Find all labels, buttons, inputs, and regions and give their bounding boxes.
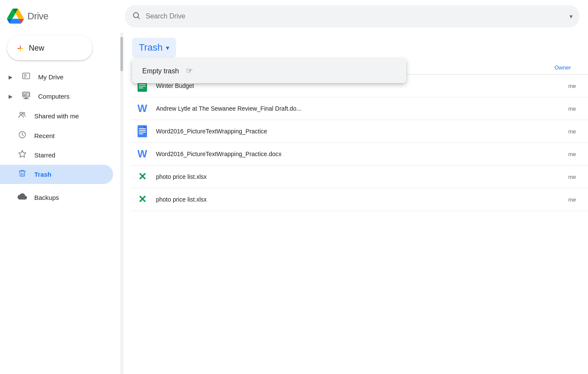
trash-header: Trash ▾ Empty trash ☞ [127, 33, 588, 61]
trash-title-label: Trash [139, 42, 162, 53]
excel-file-icon-2: ✕ [135, 193, 149, 206]
file-row[interactable]: ✕ photo price list.xlsx me [130, 166, 588, 188]
new-button-label: New [29, 44, 44, 53]
col-owner-header: Owner [528, 64, 579, 71]
recent-icon [17, 130, 27, 141]
file-owner: me [545, 196, 579, 203]
search-dropdown-arrow-icon[interactable]: ▾ [570, 13, 573, 20]
cursor-icon: ☞ [186, 66, 193, 75]
word-file-icon: W [135, 102, 149, 115]
svg-rect-18 [139, 132, 146, 133]
excel-file-icon: ✕ [135, 170, 149, 184]
sidebar-item-recent[interactable]: Recent [0, 126, 113, 145]
file-name: Winter Budget [156, 82, 538, 89]
scroll-area: Trash ▾ Empty trash ☞ Owner [120, 33, 588, 374]
trash-dropdown-menu: Empty trash ☞ [132, 58, 406, 83]
search-bar: ▾ [125, 5, 579, 27]
file-owner: me [545, 174, 579, 180]
sidebar-item-label: My Drive [38, 73, 63, 81]
file-owner: me [545, 128, 579, 135]
search-input[interactable] [146, 12, 564, 20]
svg-rect-4 [23, 93, 26, 94]
sidebar-item-trash[interactable]: Trash [0, 165, 113, 184]
file-owner: me [545, 83, 579, 89]
scrollbar-track[interactable] [120, 33, 123, 374]
sidebar-item-label: Recent [34, 132, 55, 139]
content-area: Trash ▾ Empty trash ☞ Owner [123, 33, 588, 374]
sidebar: Drive + New ▶ My Drive ▶ [0, 0, 120, 374]
svg-rect-15 [138, 125, 147, 137]
sidebar-item-label: Starred [34, 151, 55, 159]
sidebar-item-label: Backups [34, 194, 59, 201]
drive-logo-icon [7, 9, 24, 24]
file-owner: me [545, 151, 579, 157]
computers-icon [21, 91, 31, 102]
svg-rect-13 [139, 86, 146, 87]
sidebar-item-backups[interactable]: Backups [0, 187, 113, 208]
file-list: Owner Win [127, 61, 588, 211]
svg-rect-3 [27, 93, 29, 96]
file-row[interactable]: W Word2016_PictureTextWrapping_Practice.… [130, 143, 588, 166]
trash-dropdown-chevron-icon: ▾ [166, 44, 169, 52]
file-row[interactable]: Word2016_PictureTextWrapping_Practice me [130, 120, 588, 143]
word-file-icon-2: W [135, 147, 149, 161]
my-drive-icon [21, 72, 31, 82]
svg-rect-17 [139, 130, 146, 131]
plus-icon: + [17, 42, 24, 54]
file-name: Andrew Lytle at The Sewanee Review_Final… [156, 105, 538, 112]
sidebar-item-starred[interactable]: Starred [0, 145, 113, 165]
excel-icon: ✕ [138, 171, 147, 183]
file-owner: me [545, 106, 579, 112]
trash-icon [17, 169, 27, 180]
new-button[interactable]: + New [7, 36, 93, 60]
file-row[interactable]: ✕ photo price list.xlsx me [130, 188, 588, 211]
expand-arrow-icon: ▶ [9, 94, 12, 100]
file-name: Word2016_PictureTextWrapping_Practice [156, 128, 538, 135]
scrollbar-thumb[interactable] [120, 37, 123, 71]
trash-title-button[interactable]: Trash ▾ [132, 38, 176, 57]
sidebar-item-label: Trash [34, 171, 51, 178]
svg-rect-14 [139, 87, 143, 88]
svg-rect-19 [139, 133, 143, 134]
shared-icon [17, 110, 27, 122]
svg-rect-16 [139, 128, 146, 129]
svg-point-6 [20, 112, 23, 115]
logo-area: Drive [0, 4, 120, 32]
sidebar-item-shared[interactable]: Shared with me [0, 106, 113, 126]
sidebar-item-my-drive[interactable]: ▶ My Drive [0, 67, 113, 87]
word-icon: W [138, 148, 147, 160]
empty-trash-item[interactable]: Empty trash ☞ [132, 58, 406, 83]
sidebar-item-label: Shared with me [34, 112, 79, 120]
excel-icon: ✕ [138, 193, 147, 205]
word-icon: W [138, 103, 147, 115]
sidebar-item-computers[interactable]: ▶ Computers [0, 87, 113, 106]
sidebar-nav: ▶ My Drive ▶ [0, 67, 120, 208]
svg-rect-5 [23, 95, 26, 96]
search-icon [132, 11, 141, 22]
svg-rect-12 [139, 84, 146, 85]
main-content: ▾ Trash ▾ Empty trash ☞ [120, 0, 588, 374]
docs-file-icon [135, 124, 149, 138]
file-name: Word2016_PictureTextWrapping_Practice.do… [156, 151, 538, 157]
starred-icon [17, 150, 27, 160]
svg-rect-2 [25, 98, 28, 99]
app-title: Drive [27, 11, 48, 22]
backups-icon [17, 192, 27, 203]
empty-trash-label: Empty trash [142, 67, 179, 75]
file-name: photo price list.xlsx [156, 173, 538, 180]
file-row[interactable]: W Andrew Lytle at The Sewanee Review_Fin… [130, 97, 588, 120]
sidebar-item-label: Computers [38, 93, 69, 100]
svg-point-7 [23, 112, 25, 115]
expand-arrow-icon: ▶ [9, 74, 12, 80]
file-name: photo price list.xlsx [156, 196, 538, 203]
